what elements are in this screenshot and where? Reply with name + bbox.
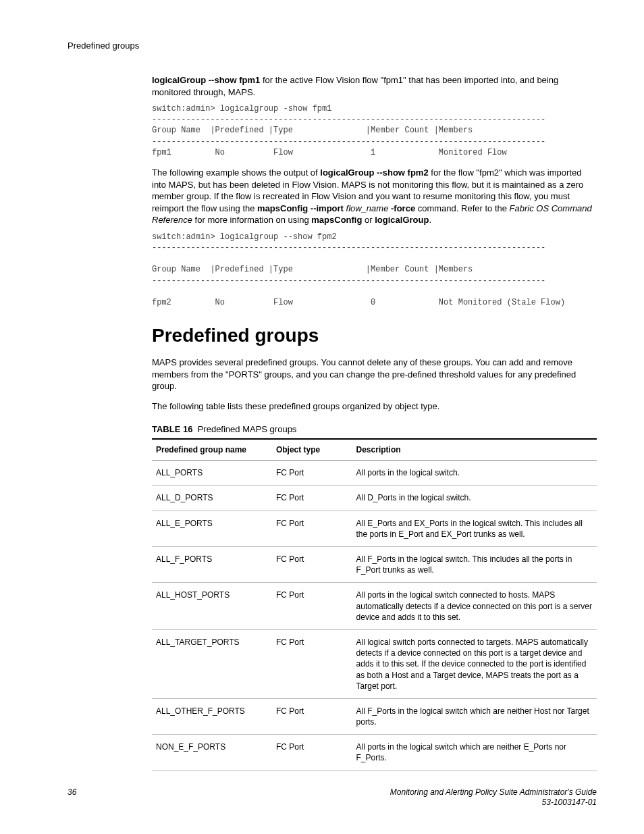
- cell-type: FC Port: [272, 461, 352, 486]
- intro-paragraph-1: logicalGroup --show fpm1 for the active …: [152, 74, 597, 98]
- table-row: ALL_TARGET_PORTS FC Port All logical swi…: [152, 629, 597, 698]
- cell-desc: All D_Ports in the logical switch.: [352, 486, 597, 511]
- cell-type: FC Port: [272, 547, 352, 583]
- cell-type: FC Port: [272, 486, 352, 511]
- cell-name: NON_E_F_PORTS: [152, 735, 272, 771]
- table-caption: TABLE 16 Predefined MAPS groups: [152, 424, 597, 434]
- cell-name: ALL_D_PORTS: [152, 486, 272, 511]
- th-name: Predefined group name: [152, 439, 272, 461]
- cell-name: ALL_F_PORTS: [152, 547, 272, 583]
- th-desc: Description: [352, 439, 597, 461]
- intro-paragraph-2: The following example shows the output o…: [152, 167, 597, 226]
- predefined-groups-table: Predefined group name Object type Descri…: [152, 438, 597, 771]
- doc-id: 53-1003147-01: [542, 798, 597, 807]
- cmd-text: logicalGroup --show fpm1: [152, 75, 260, 85]
- cell-name: ALL_OTHER_F_PORTS: [152, 698, 272, 734]
- code-block-1: switch:admin> logicalgroup -show fpm1 --…: [152, 103, 597, 158]
- cell-type: FC Port: [272, 511, 352, 546]
- cell-type: FC Port: [272, 735, 352, 771]
- table-label: TABLE 16: [152, 424, 192, 434]
- cell-desc: All E_Ports and EX_Ports in the logical …: [352, 511, 597, 546]
- table-row: ALL_HOST_PORTS FC Port All ports in the …: [152, 583, 597, 630]
- section-heading: Predefined groups: [152, 325, 597, 346]
- table-row: ALL_PORTS FC Port All ports in the logic…: [152, 461, 597, 486]
- section-paragraph-2: The following table lists these predefin…: [152, 400, 597, 413]
- table-row: ALL_D_PORTS FC Port All D_Ports in the l…: [152, 486, 597, 511]
- cell-name: ALL_PORTS: [152, 461, 272, 486]
- cell-desc: All ports in the logical switch which ar…: [352, 735, 597, 771]
- cell-type: FC Port: [272, 583, 352, 630]
- cell-type: FC Port: [272, 698, 352, 734]
- cell-desc: All ports in the logical switch.: [352, 461, 597, 486]
- cell-desc: All F_Ports in the logical switch. This …: [352, 547, 597, 583]
- code-block-2: switch:admin> logicalgroup --show fpm2 -…: [152, 232, 597, 308]
- th-type: Object type: [272, 439, 352, 461]
- cell-desc: All ports in the logical switch connecte…: [352, 583, 597, 630]
- section-paragraph-1: MAPS provides several predefined groups.…: [152, 357, 597, 392]
- footer-guide: Monitoring and Alerting Policy Suite Adm…: [390, 787, 597, 808]
- cell-name: ALL_TARGET_PORTS: [152, 629, 272, 698]
- cell-type: FC Port: [272, 629, 352, 698]
- table-row: ALL_F_PORTS FC Port All F_Ports in the l…: [152, 547, 597, 583]
- table-row: NON_E_F_PORTS FC Port All ports in the l…: [152, 735, 597, 771]
- table-title: Predefined MAPS groups: [198, 424, 297, 434]
- table-row: ALL_E_PORTS FC Port All E_Ports and EX_P…: [152, 511, 597, 546]
- table-row: ALL_OTHER_F_PORTS FC Port All F_Ports in…: [152, 698, 597, 734]
- cell-desc: All F_Ports in the logical switch which …: [352, 698, 597, 734]
- cell-desc: All logical switch ports connected to ta…: [352, 629, 597, 698]
- cell-name: ALL_E_PORTS: [152, 511, 272, 546]
- page-footer: 36 Monitoring and Alerting Policy Suite …: [68, 787, 597, 808]
- page-header: Predefined groups: [68, 41, 597, 51]
- page-number: 36: [68, 787, 76, 797]
- guide-title: Monitoring and Alerting Policy Suite Adm…: [390, 787, 597, 797]
- cell-name: ALL_HOST_PORTS: [152, 583, 272, 630]
